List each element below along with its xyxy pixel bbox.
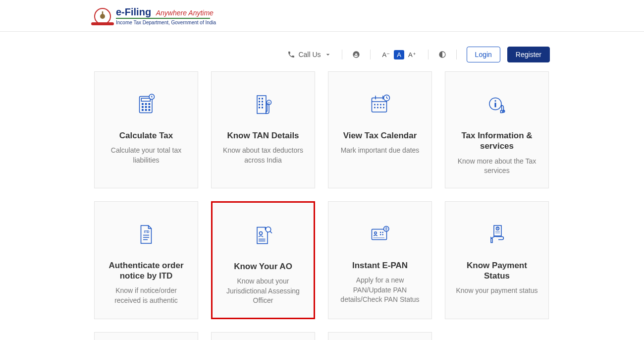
- svg-point-40: [495, 100, 496, 102]
- divider: [342, 50, 342, 59]
- card-title: Tax Information & services: [453, 130, 540, 152]
- font-increase-button[interactable]: A⁺: [406, 50, 418, 59]
- service-cards-row-3: [0, 332, 644, 340]
- logo[interactable]: e-Filing Anywhere Anytime Income Tax Dep…: [0, 7, 644, 25]
- svg-rect-5: [145, 103, 147, 105]
- id-card-icon: [368, 223, 392, 246]
- svg-point-36: [380, 107, 381, 109]
- card-know-tan-details[interactable]: ₹ Know TAN Details Know about tax deduct…: [211, 71, 315, 188]
- divider: [456, 50, 457, 59]
- svg-text:₹: ₹: [503, 111, 504, 113]
- card-partial-1[interactable]: [94, 332, 198, 340]
- divider: [370, 50, 371, 59]
- svg-rect-17: [262, 98, 263, 100]
- card-title: Know Your AO: [234, 261, 292, 272]
- card-partial-2[interactable]: [211, 332, 315, 340]
- card-desc: Know more about the Tax services: [453, 157, 540, 176]
- document-search-icon: [251, 224, 275, 247]
- svg-rect-9: [149, 106, 151, 108]
- svg-text:₹: ₹: [497, 227, 498, 230]
- svg-rect-56: [382, 231, 383, 232]
- card-desc: Know if notice/order received is authent…: [103, 286, 190, 305]
- card-desc: Mark important due dates: [341, 146, 420, 156]
- document-icon: ITD: [134, 223, 158, 246]
- svg-rect-21: [262, 104, 263, 106]
- svg-point-48: [260, 231, 263, 234]
- svg-rect-6: [149, 103, 151, 105]
- card-title: Know TAN Details: [227, 130, 299, 141]
- call-us-link[interactable]: Call Us: [287, 51, 331, 58]
- svg-point-30: [374, 104, 376, 106]
- svg-rect-19: [262, 101, 263, 103]
- svg-rect-3: [141, 98, 150, 101]
- svg-point-37: [383, 107, 384, 109]
- svg-rect-23: [262, 107, 263, 109]
- calculator-icon: ₹: [134, 93, 158, 116]
- info-icon: ₹: [485, 93, 509, 116]
- logo-text: e-Filing Anywhere Anytime Income Tax Dep…: [116, 7, 216, 25]
- divider: [428, 50, 429, 59]
- svg-point-32: [380, 104, 381, 106]
- card-instant-epan[interactable]: Instant E-PAN Apply for a new PAN/Update…: [328, 201, 432, 319]
- emblem-icon: [94, 8, 111, 25]
- card-title: Authenticate order notice by ITD: [103, 260, 190, 282]
- svg-rect-7: [142, 106, 144, 108]
- font-size-controls: A⁻ A A⁺: [380, 50, 418, 59]
- brand-subtitle: Income Tax Department, Government of Ind…: [116, 20, 216, 25]
- font-decrease-button[interactable]: A⁻: [380, 50, 392, 59]
- card-tax-information-services[interactable]: ₹ Tax Information & services Know more a…: [445, 71, 549, 188]
- card-title: Instant E-PAN: [352, 260, 408, 271]
- svg-rect-10: [142, 109, 144, 111]
- svg-rect-12: [149, 109, 151, 111]
- svg-text:₹: ₹: [268, 102, 270, 105]
- card-title: Calculate Tax: [119, 130, 173, 141]
- call-us-label: Call Us: [298, 51, 321, 58]
- card-title: Know Payment Status: [453, 260, 540, 282]
- svg-point-31: [377, 104, 378, 106]
- svg-rect-11: [145, 109, 147, 111]
- contrast-icon: [438, 51, 446, 58]
- brand-divider: [116, 18, 210, 19]
- svg-point-34: [374, 107, 376, 109]
- svg-rect-55: [380, 231, 381, 232]
- svg-rect-18: [259, 101, 260, 103]
- card-desc: Calculate your total tax liabilities: [103, 146, 190, 165]
- service-cards-row-1: ₹ Calculate Tax Calculate your total tax…: [0, 71, 644, 188]
- font-normal-button[interactable]: A: [394, 50, 404, 59]
- receipt-hand-icon: ₹: [485, 223, 509, 246]
- service-cards-row-2: ITD Authenticate order notice by ITD Kno…: [0, 201, 644, 319]
- svg-rect-1: [102, 11, 104, 15]
- svg-rect-57: [380, 234, 381, 235]
- site-header: e-Filing Anywhere Anytime Income Tax Dep…: [0, 0, 644, 32]
- card-authenticate-order[interactable]: ITD Authenticate order notice by ITD Kno…: [94, 201, 198, 319]
- svg-rect-4: [142, 103, 144, 105]
- svg-point-33: [383, 104, 384, 106]
- utility-bar: Call Us A⁻ A A⁺ Login Register: [0, 35, 644, 71]
- calendar-icon: [368, 93, 392, 116]
- card-know-payment-status[interactable]: ₹ Know Payment Status Know your payment …: [445, 201, 549, 319]
- card-calculate-tax[interactable]: ₹ Calculate Tax Calculate your total tax…: [94, 71, 198, 188]
- svg-rect-58: [382, 234, 383, 235]
- card-desc: Know your payment status: [456, 286, 538, 296]
- phone-icon: [287, 51, 295, 58]
- card-title: View Tax Calendar: [343, 130, 417, 141]
- svg-rect-41: [495, 103, 496, 107]
- login-button[interactable]: Login: [467, 47, 500, 62]
- svg-rect-16: [259, 98, 260, 100]
- svg-rect-20: [259, 104, 260, 106]
- svg-line-52: [270, 231, 272, 233]
- register-button[interactable]: Register: [507, 47, 550, 62]
- language-switch[interactable]: [352, 51, 360, 58]
- svg-point-35: [377, 107, 378, 109]
- building-icon: ₹: [251, 93, 275, 116]
- svg-rect-22: [259, 107, 260, 109]
- card-partial-3[interactable]: [328, 332, 432, 340]
- brand-tagline: Anywhere Anytime: [156, 9, 214, 17]
- globe-icon: [352, 51, 360, 58]
- svg-text:ITD: ITD: [144, 230, 150, 233]
- card-desc: Know about tax deductors across India: [219, 146, 307, 165]
- svg-rect-8: [145, 106, 147, 108]
- contrast-toggle[interactable]: [438, 51, 446, 58]
- card-know-your-ao[interactable]: Know Your AO Know about your Jurisdictio…: [211, 201, 315, 319]
- card-view-tax-calendar[interactable]: View Tax Calendar Mark important due dat…: [328, 71, 432, 188]
